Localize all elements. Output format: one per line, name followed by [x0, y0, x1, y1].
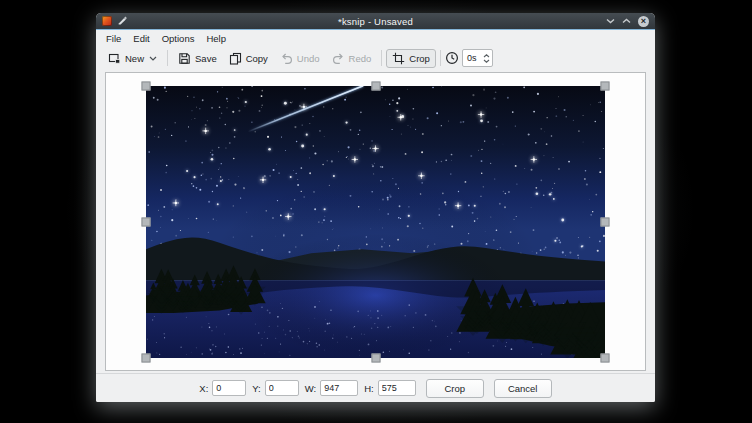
ksnip-window: *ksnip - Unsaved × File Edit Options Hel… — [96, 13, 655, 402]
x-label: X: — [199, 383, 208, 394]
toolbar-separator — [167, 50, 168, 66]
copy-button[interactable]: Copy — [223, 49, 274, 68]
pencil-icon — [117, 16, 127, 26]
x-input[interactable] — [212, 380, 246, 396]
copy-button-label: Copy — [246, 53, 268, 64]
w-input[interactable] — [320, 380, 358, 396]
clock-icon — [445, 51, 459, 65]
ksnip-app-icon — [102, 16, 112, 26]
crop-handle-top-right[interactable] — [601, 82, 610, 91]
menu-help[interactable]: Help — [200, 32, 232, 45]
menu-options[interactable]: Options — [156, 32, 201, 45]
new-screenshot-icon — [108, 52, 121, 65]
w-label: W: — [305, 383, 316, 394]
undo-button[interactable]: Undo — [274, 49, 326, 68]
crop-handle-middle-right[interactable] — [601, 218, 610, 227]
h-label: H: — [364, 383, 374, 394]
minimize-button[interactable] — [606, 18, 615, 24]
y-input[interactable] — [265, 380, 299, 396]
new-button-label: New — [125, 53, 144, 64]
new-button[interactable]: New — [102, 49, 163, 68]
spin-down-icon — [483, 59, 490, 63]
crop-handle-middle-left[interactable] — [142, 218, 151, 227]
toolbar-separator — [381, 50, 382, 66]
window-title: *ksnip - Unsaved — [212, 16, 539, 27]
copy-icon — [229, 52, 242, 65]
menu-file[interactable]: File — [100, 32, 127, 45]
desktop-background: *ksnip - Unsaved × File Edit Options Hel… — [0, 0, 752, 423]
crop-button[interactable]: Crop — [386, 49, 436, 68]
redo-button[interactable]: Redo — [326, 49, 378, 68]
save-button-label: Save — [195, 53, 217, 64]
toolbar: New Save — [96, 46, 655, 70]
spin-up-icon — [483, 54, 490, 58]
crop-handle-bottom-right[interactable] — [601, 354, 610, 363]
delay-value: 0s — [467, 53, 481, 63]
redo-button-label: Redo — [349, 53, 372, 64]
undo-icon — [280, 52, 293, 65]
crop-icon — [392, 52, 405, 65]
crop-options-bar: X: Y: W: H: Crop Cancel — [96, 373, 655, 402]
crop-image-canvas[interactable] — [146, 86, 605, 358]
crop-confirm-button[interactable]: Crop — [426, 379, 484, 398]
delay-spinbox[interactable]: 0s — [462, 49, 493, 67]
crop-handle-bottom-left[interactable] — [142, 354, 151, 363]
close-button[interactable]: × — [638, 16, 649, 27]
annotation-board — [105, 72, 646, 371]
chevron-down-icon[interactable] — [149, 56, 157, 61]
undo-button-label: Undo — [297, 53, 320, 64]
screenshot-image — [146, 86, 605, 358]
redo-icon — [332, 52, 345, 65]
crop-handle-top-center[interactable] — [371, 82, 380, 91]
menu-edit[interactable]: Edit — [127, 32, 155, 45]
y-label: Y: — [252, 383, 260, 394]
maximize-button[interactable] — [622, 18, 631, 24]
crop-handle-bottom-center[interactable] — [371, 354, 380, 363]
titlebar[interactable]: *ksnip - Unsaved × — [96, 13, 655, 30]
crop-button-label: Crop — [409, 53, 430, 64]
canvas-area — [96, 70, 655, 373]
save-icon — [178, 52, 191, 65]
save-button[interactable]: Save — [172, 49, 223, 68]
crop-handle-top-left[interactable] — [142, 82, 151, 91]
cancel-button[interactable]: Cancel — [494, 379, 552, 398]
menubar: File Edit Options Help — [96, 30, 655, 46]
toolbar-separator — [440, 50, 441, 66]
h-input[interactable] — [378, 380, 416, 396]
